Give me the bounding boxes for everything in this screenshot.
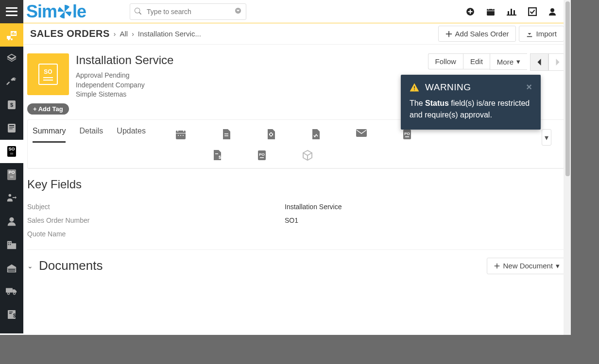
breadcrumb-all[interactable]: All	[120, 30, 128, 38]
svg-point-40	[8, 293, 9, 294]
sidebar-item-purchase-orders[interactable]: PO═	[0, 163, 23, 186]
edit-button[interactable]: Edit	[463, 53, 490, 69]
svg-point-25	[9, 194, 11, 197]
prev-record-button[interactable]	[530, 53, 548, 71]
tab-summary[interactable]: Summary	[33, 127, 66, 143]
tab-details[interactable]: Details	[79, 127, 103, 143]
svg-rect-5	[487, 10, 495, 11]
svg-rect-17	[13, 32, 14, 35]
svg-text:PO: PO	[404, 132, 410, 136]
add-tag-button[interactable]: + Add Tag	[27, 103, 69, 115]
warning-toast: WARNING × The Status field(s) is/are res…	[401, 75, 541, 130]
chart-icon[interactable]	[507, 7, 516, 16]
breadcrumb-module[interactable]: SALES ORDERS	[30, 28, 110, 39]
key-field-row: Quote Name	[27, 227, 567, 241]
package-tab-icon[interactable]	[302, 149, 313, 161]
add-sales-order-button[interactable]: Add Sales Order	[438, 26, 516, 42]
sidebar-item-inventory[interactable]	[0, 256, 23, 280]
follow-button[interactable]: Follow	[428, 53, 463, 69]
po-tab-icon[interactable]: PO	[402, 129, 412, 140]
sidebar-item-dashboard[interactable]	[0, 23, 23, 47]
search-dropdown-icon[interactable]	[235, 7, 241, 14]
download-icon	[526, 31, 533, 37]
sidebar-item-sales-orders[interactable]: SO═	[0, 140, 23, 163]
quote-tab-icon[interactable]	[266, 129, 276, 140]
record-icon: SO	[27, 53, 69, 95]
sidebar-item-products[interactable]	[0, 47, 23, 70]
task-icon[interactable]	[528, 7, 537, 16]
caret-down-icon: ▾	[516, 57, 520, 66]
kf-label: Subject	[27, 203, 285, 211]
logo-text-post: le	[72, 1, 86, 22]
invoice-tab-icon[interactable]: $	[212, 149, 222, 161]
svg-rect-37	[6, 288, 13, 293]
svg-point-11	[550, 8, 554, 12]
svg-rect-21	[8, 124, 16, 132]
record-company: Independent Company	[76, 81, 173, 90]
sidebar-item-services[interactable]	[0, 70, 23, 93]
kf-label: Sales Order Number	[27, 216, 285, 224]
sidebar-item-shipping[interactable]	[0, 280, 23, 303]
sidebar-item-organizations[interactable]	[0, 233, 23, 256]
svg-rect-58	[356, 129, 367, 137]
svg-rect-30	[8, 242, 9, 243]
svg-point-50	[178, 135, 179, 136]
logo-radial-icon	[58, 5, 71, 18]
svg-text:PO: PO	[259, 152, 265, 157]
add-icon[interactable]	[466, 7, 475, 16]
sidebar-item-hr[interactable]	[0, 186, 23, 210]
svg-rect-53	[224, 133, 228, 134]
svg-rect-54	[224, 135, 228, 136]
search-input[interactable]	[130, 3, 246, 20]
svg-rect-6	[507, 15, 516, 16]
tab-updates[interactable]: Updates	[117, 127, 146, 143]
add-button-label: Add Sales Order	[455, 30, 509, 38]
scrollbar-thumb[interactable]	[565, 1, 570, 176]
key-field-row: Subject Installation Service	[27, 200, 567, 214]
svg-rect-61	[405, 136, 409, 137]
contract-tab-icon[interactable]	[311, 129, 321, 140]
new-document-label: New Document	[503, 262, 553, 270]
import-button-label: Import	[536, 30, 557, 38]
app-logo[interactable]: Sim le	[26, 1, 86, 22]
key-fields-title: Key Fields	[27, 178, 567, 191]
new-document-button[interactable]: New Document ▾	[487, 258, 567, 274]
sidebar-item-quotes[interactable]	[0, 116, 23, 140]
toast-close-button[interactable]: ×	[526, 82, 532, 93]
calendar-icon[interactable]	[486, 7, 495, 16]
status-dropdown[interactable]: ▾	[542, 129, 551, 146]
svg-rect-43	[9, 312, 13, 313]
email-tab-icon[interactable]	[356, 129, 367, 140]
svg-point-41	[14, 293, 15, 294]
svg-rect-2	[487, 9, 495, 16]
svg-rect-3	[488, 8, 489, 9]
breadcrumb-current: Installation Servic...	[138, 30, 201, 38]
sidebar-item-contacts[interactable]	[0, 210, 23, 233]
user-icon[interactable]	[548, 7, 556, 16]
more-button[interactable]: More ▾	[490, 53, 527, 70]
record-title: Installation Service	[76, 53, 173, 67]
record-org: Simple Sistemas	[76, 90, 173, 99]
svg-rect-10	[529, 8, 536, 16]
svg-text:$: $	[13, 313, 16, 318]
import-button[interactable]: Import	[519, 26, 564, 42]
scrollbar[interactable]	[564, 0, 571, 335]
calendar-tab-icon[interactable]	[175, 129, 187, 140]
caret-down-icon: ▾	[556, 262, 560, 270]
sidebar-item-billing[interactable]: $	[0, 303, 23, 326]
svg-rect-18	[15, 33, 16, 35]
chevron-down-icon[interactable]: ⌄	[27, 262, 33, 270]
svg-rect-36	[8, 270, 16, 271]
svg-rect-47	[177, 130, 178, 132]
svg-point-14	[11, 38, 13, 40]
svg-rect-29	[12, 243, 16, 249]
menu-button[interactable]	[0, 0, 23, 23]
svg-rect-8	[511, 9, 512, 15]
sidebar-item-invoices[interactable]: $	[0, 93, 23, 116]
po2-tab-icon[interactable]: PO	[257, 149, 267, 161]
breadcrumb-sep-2: ›	[132, 30, 134, 38]
document-tab-icon[interactable]	[222, 129, 231, 140]
toast-title: WARNING	[425, 82, 471, 93]
plus-icon	[445, 31, 452, 37]
svg-rect-35	[8, 268, 16, 269]
